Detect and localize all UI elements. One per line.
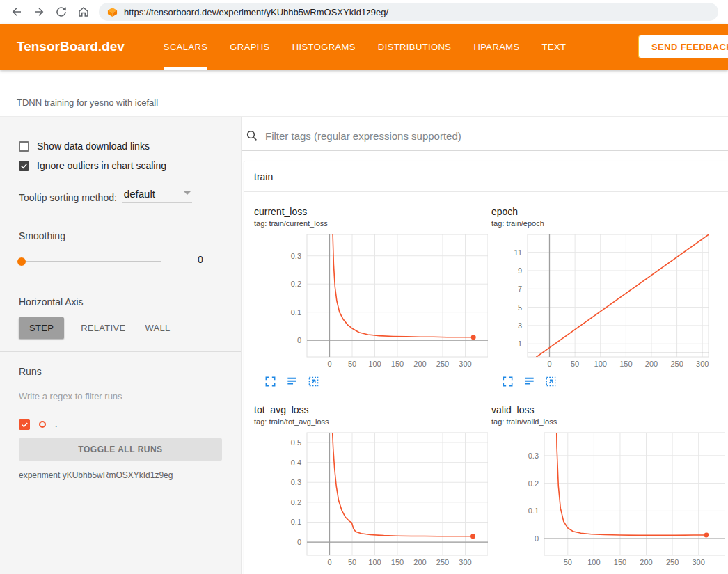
- tab-text[interactable]: TEXT: [542, 24, 567, 70]
- svg-text:200: 200: [413, 558, 426, 566]
- reload-icon[interactable]: [52, 2, 71, 22]
- horizontal-axis-label: Horizontal Axis: [19, 296, 222, 308]
- chart-toolbar: [491, 571, 719, 574]
- smoothing-slider-row: 0: [19, 254, 222, 269]
- svg-text:300: 300: [459, 558, 471, 566]
- back-icon[interactable]: [7, 2, 26, 22]
- run-row: .: [19, 419, 222, 430]
- check-icon: [20, 162, 28, 170]
- check-icon: [21, 421, 29, 429]
- address-bar[interactable]: https://tensorboard.dev/experiment/yKUbh…: [99, 3, 718, 21]
- tab-graphs[interactable]: GRAPHS: [230, 24, 269, 70]
- svg-text:50: 50: [564, 558, 572, 566]
- svg-text:50: 50: [348, 558, 356, 566]
- runs-filter-input[interactable]: [19, 387, 222, 406]
- run-checkbox[interactable]: [19, 419, 30, 430]
- svg-text:0.2: 0.2: [291, 498, 301, 507]
- svg-text:50: 50: [348, 360, 356, 368]
- chart-tag: tag: train/epoch: [491, 219, 719, 228]
- chart-toolbar: [491, 372, 719, 397]
- tooltip-sorting-label: Tooltip sorting method:: [19, 192, 117, 203]
- home-icon[interactable]: [74, 2, 93, 22]
- svg-text:150: 150: [619, 360, 632, 368]
- nav-tabs: SCALARS GRAPHS HISTOGRAMS DISTRIBUTIONS …: [164, 24, 567, 70]
- svg-text:0: 0: [327, 558, 331, 566]
- svg-text:150: 150: [391, 360, 404, 368]
- divider: [0, 282, 241, 282]
- smoothing-label: Smoothing: [19, 230, 222, 241]
- ignore-outliers-checkbox[interactable]: [19, 161, 29, 171]
- data-table-icon[interactable]: [285, 375, 298, 388]
- tab-distributions[interactable]: DISTRIBUTIONS: [378, 24, 452, 70]
- svg-text:200: 200: [645, 360, 658, 368]
- tooltip-sorting-value: default: [124, 188, 155, 200]
- tab-scalars[interactable]: SCALARS: [164, 24, 208, 70]
- send-feedback-button[interactable]: SEND FEEDBACK: [638, 35, 728, 58]
- svg-text:0.2: 0.2: [291, 280, 301, 288]
- app-header: TensorBoard.dev SCALARS GRAPHS HISTOGRAM…: [0, 24, 728, 70]
- svg-text:0.1: 0.1: [528, 507, 539, 515]
- svg-text:1: 1: [518, 340, 522, 348]
- train-section-header[interactable]: train: [244, 161, 728, 192]
- chart-card-tot-avg-loss: tot_avg_loss tag: train/tot_avg_loss 00.…: [244, 397, 482, 574]
- axis-step-button[interactable]: STEP: [19, 317, 64, 339]
- axis-wall-button[interactable]: WALL: [142, 317, 173, 339]
- chart-tag: tag: train/tot_avg_loss: [254, 417, 482, 426]
- svg-text:0: 0: [297, 538, 301, 546]
- tag-filter-row[interactable]: Filter tags (regular expressions support…: [242, 117, 728, 151]
- chevron-down-icon: [184, 191, 191, 195]
- show-download-links-label: Show data download links: [37, 141, 150, 152]
- svg-text:300: 300: [696, 360, 709, 368]
- divider: [0, 216, 241, 216]
- forward-icon[interactable]: [29, 2, 49, 22]
- svg-text:0.3: 0.3: [528, 452, 539, 460]
- svg-text:0: 0: [535, 534, 539, 543]
- expand-chart-icon[interactable]: [264, 375, 276, 388]
- svg-text:100: 100: [368, 558, 381, 566]
- expand-chart-icon[interactable]: [501, 375, 514, 388]
- search-icon: [246, 129, 258, 142]
- svg-text:0.3: 0.3: [291, 478, 301, 486]
- chart-plot[interactable]: 00.10.20.3050100150200250300: [254, 230, 488, 372]
- browser-toolbar: https://tensorboard.dev/experiment/yKUbh…: [0, 0, 728, 24]
- chart-toolbar: [254, 571, 482, 574]
- tab-hparams[interactable]: HPARAMS: [473, 24, 519, 70]
- experiment-caption: experiment yKUbhb5wRmOSXYkId1z9eg: [19, 470, 222, 480]
- ignore-outliers-row: Ignore outliers in chart scaling: [19, 160, 222, 171]
- smoothing-value[interactable]: 0: [179, 254, 222, 269]
- svg-text:0: 0: [547, 360, 551, 368]
- svg-text:50: 50: [571, 360, 579, 368]
- svg-text:250: 250: [436, 558, 449, 566]
- fit-domain-icon[interactable]: [307, 375, 319, 388]
- chart-plot[interactable]: 00.10.20.30.40.5050100150200250300: [254, 429, 488, 571]
- svg-text:100: 100: [594, 360, 607, 368]
- toggle-all-runs-button[interactable]: TOGGLE ALL RUNS: [19, 438, 222, 461]
- svg-text:0.2: 0.2: [528, 479, 539, 488]
- svg-text:0.1: 0.1: [291, 308, 301, 317]
- horizontal-axis-buttons: STEP RELATIVE WALL: [19, 317, 222, 339]
- svg-text:5: 5: [518, 303, 522, 312]
- svg-text:250: 250: [666, 558, 679, 566]
- svg-text:9: 9: [518, 266, 522, 275]
- svg-text:150: 150: [614, 558, 626, 566]
- show-download-links-checkbox[interactable]: [19, 141, 29, 152]
- chart-toolbar: [254, 372, 482, 397]
- tooltip-sorting-select[interactable]: default: [122, 188, 192, 203]
- svg-text:0: 0: [297, 336, 301, 344]
- data-table-icon[interactable]: [523, 375, 535, 388]
- tensorboard-logo: TensorBoard.dev: [17, 39, 125, 54]
- axis-relative-button[interactable]: RELATIVE: [78, 317, 128, 339]
- svg-text:250: 250: [670, 360, 683, 368]
- tab-histograms[interactable]: HISTOGRAMS: [292, 24, 356, 70]
- main-panel: Filter tags (regular expressions support…: [242, 117, 728, 574]
- smoothing-slider[interactable]: [19, 261, 161, 262]
- chart-plot[interactable]: 1357911050100150200250300: [491, 230, 725, 372]
- chart-plot[interactable]: 00.10.20.350100150200250300: [491, 429, 725, 571]
- svg-text:0.4: 0.4: [291, 459, 301, 467]
- chart-card-valid-loss: valid_loss tag: train/valid_loss 00.10.2…: [482, 397, 719, 574]
- fit-domain-icon[interactable]: [544, 375, 557, 388]
- svg-text:100: 100: [368, 360, 381, 368]
- divider: [0, 351, 241, 352]
- smoothing-slider-handle[interactable]: [17, 257, 26, 266]
- svg-text:150: 150: [391, 558, 404, 566]
